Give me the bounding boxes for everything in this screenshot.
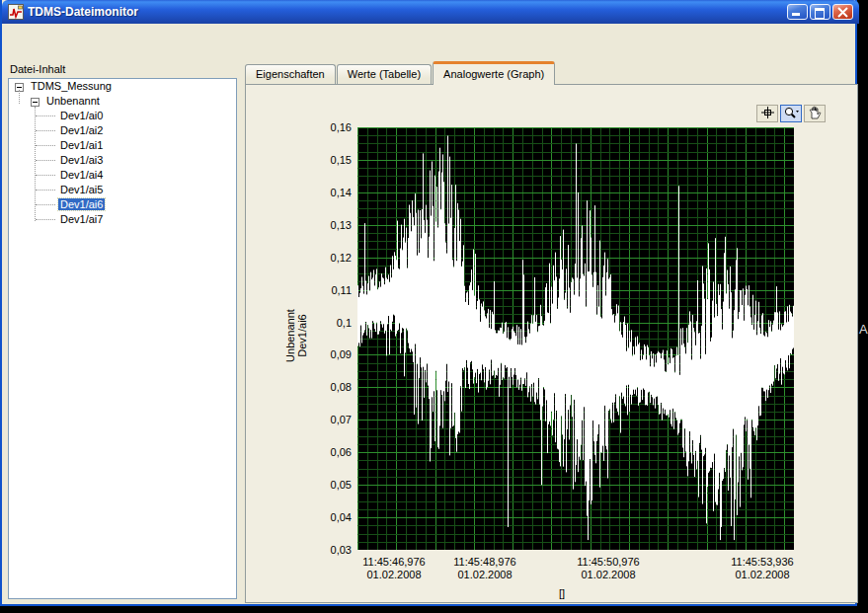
x-tick-date: 01.02.2008 xyxy=(559,569,658,580)
zoom-tool-button[interactable] xyxy=(780,105,802,122)
tree-item-label: Dev1/ai2 xyxy=(58,124,105,136)
window-title: TDMS-Dateimonitor xyxy=(28,5,787,19)
x-tick-date: 01.02.2008 xyxy=(435,569,534,580)
tree-item-dev1-ai6[interactable]: Dev1/ai6 xyxy=(9,197,236,212)
x-tick-date: 01.02.2008 xyxy=(713,569,812,580)
minimize-button[interactable] xyxy=(787,4,808,20)
tree-item-label: Unbenannt xyxy=(44,95,102,107)
minimize-icon xyxy=(792,13,800,16)
tree-item-label: Dev1/ai3 xyxy=(58,154,105,166)
x-tick-time: 11:45:53,936 xyxy=(713,556,812,568)
tree-item-dev1-ai1[interactable]: Dev1/ai1 xyxy=(9,138,236,153)
y-tick-label: 0,11 xyxy=(306,284,352,296)
pan-tool-button[interactable] xyxy=(804,105,826,122)
y-tick-label: 0,07 xyxy=(306,414,352,425)
background-artifact-text: A xyxy=(859,322,868,337)
background-strip-bottom xyxy=(0,606,857,613)
x-tick-label: 11:45:53,93601.02.2008 xyxy=(713,556,812,580)
crosshair-tool-button[interactable] xyxy=(756,105,778,122)
tree-item-dev1-ai7[interactable]: Dev1/ai7 xyxy=(9,212,236,227)
tab-bar: EigenschaftenWerte (Tabelle)Analogwerte … xyxy=(245,60,556,84)
tree-item-label: Dev1/ai6 xyxy=(58,198,105,210)
pan-icon xyxy=(808,106,822,121)
graph-plot[interactable] xyxy=(357,127,794,550)
y-tick-label: 0,1 xyxy=(306,317,352,329)
x-axis-caption: [] xyxy=(547,587,577,599)
tree-item-dev1-ai4[interactable]: Dev1/ai4 xyxy=(9,168,236,183)
tree-item-label: Dev1/ai7 xyxy=(58,213,105,225)
tree-item-label: TDMS_Messung xyxy=(29,80,114,92)
x-tick-label: 11:45:50,97601.02.2008 xyxy=(559,556,658,580)
close-icon xyxy=(837,7,848,18)
x-tick-label: 11:45:48,97601.02.2008 xyxy=(435,556,534,580)
y-tick-label: 0,05 xyxy=(306,479,352,491)
waveform-trace xyxy=(358,136,794,541)
tree-item-dev1-ai5[interactable]: Dev1/ai5 xyxy=(9,183,236,197)
expander-minus-icon[interactable] xyxy=(31,98,39,107)
tree-item-tdms-messung[interactable]: TDMS_Messung xyxy=(9,79,236,94)
titlebar[interactable]: TDMS-Dateimonitor xyxy=(2,0,859,24)
y-tick-label: 0,08 xyxy=(306,381,352,393)
x-tick-label: 11:45:46,97601.02.2008 xyxy=(345,556,443,580)
tree-item-label: Dev1/ai1 xyxy=(58,139,105,151)
maximize-icon xyxy=(815,8,825,19)
tree-panel-label: Datei-Inhalt xyxy=(10,63,65,75)
window-controls xyxy=(787,4,853,20)
y-tick-label: 0,09 xyxy=(306,348,352,360)
close-button[interactable] xyxy=(832,4,853,20)
y-tick-label: 0,16 xyxy=(306,121,352,133)
screen: A TDMS-Dateimonitor xyxy=(0,0,868,613)
tab-werte-tabelle[interactable]: Werte (Tabelle) xyxy=(337,64,432,84)
y-axis-label-line1: Unbenannt xyxy=(284,262,296,410)
tree-guide-line xyxy=(35,107,36,221)
waveform-canvas xyxy=(357,127,794,550)
y-tick-label: 0,13 xyxy=(306,219,352,231)
tree-item-label: Dev1/ai0 xyxy=(58,110,105,121)
y-tick-label: 0,14 xyxy=(306,187,352,198)
tree-item-dev1-ai2[interactable]: Dev1/ai2 xyxy=(9,123,236,138)
x-tick-time: 11:45:48,976 xyxy=(435,556,534,568)
y-tick-label: 0,15 xyxy=(306,154,352,166)
y-tick-label: 0,04 xyxy=(306,511,352,523)
tab-analogwerte-graph[interactable]: Analogwerte (Graph) xyxy=(433,61,555,85)
y-tick-label: 0,06 xyxy=(306,446,352,458)
crosshair-icon xyxy=(760,106,775,121)
tree-item-dev1-ai0[interactable]: Dev1/ai0 xyxy=(9,109,236,123)
x-tick-date: 01.02.2008 xyxy=(345,569,443,580)
zoom-icon xyxy=(783,106,800,121)
app-icon xyxy=(8,4,24,20)
background-strip-right: A xyxy=(857,0,868,613)
tree-item-unbenannt[interactable]: Unbenannt xyxy=(9,94,236,109)
tree-item-label: Dev1/ai4 xyxy=(58,169,105,181)
y-tick-label: 0,03 xyxy=(306,544,352,556)
maximize-button[interactable] xyxy=(810,4,830,20)
tree-item-label: Dev1/ai5 xyxy=(58,184,105,195)
x-tick-time: 11:45:46,976 xyxy=(345,556,443,568)
graph-toolbar xyxy=(756,105,826,122)
tree-guide-line xyxy=(19,90,20,104)
file-content-tree: TDMS_MessungUnbenanntDev1/ai0Dev1/ai2Dev… xyxy=(8,78,237,599)
tab-eigenschaften[interactable]: Eigenschaften xyxy=(245,64,336,84)
tree-item-dev1-ai3[interactable]: Dev1/ai3 xyxy=(9,153,236,168)
x-tick-time: 11:45:50,976 xyxy=(559,556,658,568)
app-window: TDMS-Dateimonitor Datei-Inhalt TDMS_Mess… xyxy=(0,0,857,606)
y-tick-label: 0,12 xyxy=(306,252,352,264)
